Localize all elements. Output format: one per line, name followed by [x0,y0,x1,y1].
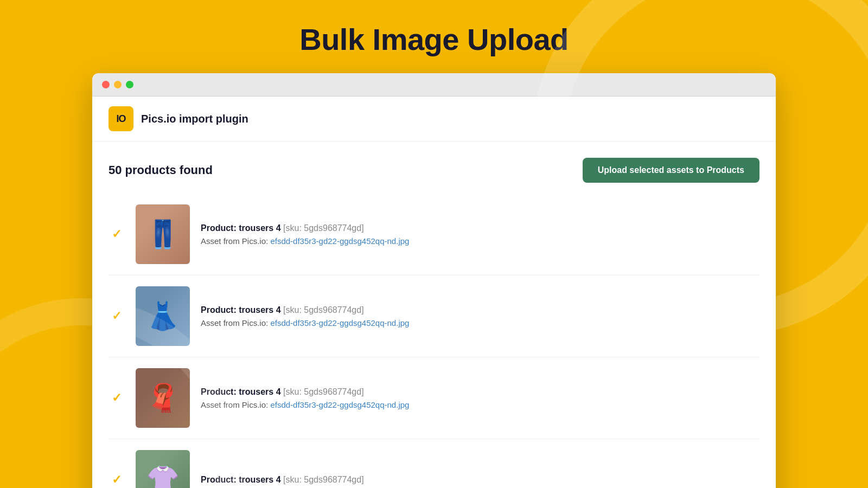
checkbox-wrap[interactable]: ✓ [108,310,125,323]
page-title: Bulk Image Upload [299,22,569,57]
checkbox-icon: ✓ [110,228,123,241]
checkbox-icon: ✓ [110,473,123,486]
product-info: Product: trousers 4 [sku: 5gds968774gd] … [201,387,409,409]
app-content: IO Pics.io import plugin 50 products fou… [92,97,776,488]
product-sku: [sku: 5gds968774gd] [283,387,364,396]
product-thumbnail [136,286,190,346]
product-thumbnail [136,450,190,488]
asset-row: Asset from Pics.io: efsdd-df35r3-gd22-gg… [201,318,409,328]
main-content: 50 products found Upload selected assets… [92,142,776,488]
product-thumbnail [136,204,190,264]
product-sku: [sku: 5gds968774gd] [283,475,364,484]
list-item: ✓ Product: trousers 4 [sku: 5gds968774gd… [108,194,760,275]
app-logo: IO [108,106,133,131]
checkbox-wrap[interactable]: ✓ [108,228,125,241]
product-list: ✓ Product: trousers 4 [sku: 5gds968774gd… [108,194,760,488]
product-title: Product: trousers 4 [sku: 5gds968774gd] [201,475,364,485]
product-info: Product: trousers 4 [sku: 5gds968774gd] … [201,305,409,328]
product-title: Product: trousers 4 [sku: 5gds968774gd] [201,305,409,315]
list-item: ✓ Product: trousers 4 [sku: 5gds968774gd… [108,357,760,439]
asset-link[interactable]: efsdd-df35r3-gd22-ggdsg452qq-nd.jpg [270,318,409,328]
upload-button[interactable]: Upload selected assets to Products [583,158,760,183]
checkbox-icon: ✓ [110,310,123,323]
product-info: Product: trousers 4 [sku: 5gds968774gd] … [201,223,409,246]
asset-link[interactable]: efsdd-df35r3-gd22-ggdsg452qq-nd.jpg [270,400,409,409]
top-bar: 50 products found Upload selected assets… [108,158,760,183]
checkbox-wrap[interactable]: ✓ [108,391,125,404]
app-name-label: Pics.io import plugin [141,113,248,125]
asset-link[interactable]: efsdd-df35r3-gd22-ggdsg452qq-nd.jpg [270,236,409,246]
maximize-button[interactable] [126,81,133,88]
asset-row: Asset from Pics.io: efsdd-df35r3-gd22-gg… [201,236,409,246]
close-button[interactable] [102,81,110,88]
checkbox-wrap[interactable]: ✓ [108,473,125,486]
checkbox-icon: ✓ [110,391,123,404]
app-window: IO Pics.io import plugin 50 products fou… [92,73,776,488]
product-thumbnail [136,368,190,428]
product-info: Product: trousers 4 [sku: 5gds968774gd] [201,475,364,485]
titlebar [92,73,776,97]
product-sku: [sku: 5gds968774gd] [283,223,364,233]
asset-row: Asset from Pics.io: efsdd-df35r3-gd22-gg… [201,400,409,409]
list-item: ✓ Product: trousers 4 [sku: 5gds968774gd… [108,439,760,488]
product-title: Product: trousers 4 [sku: 5gds968774gd] [201,387,409,397]
minimize-button[interactable] [114,81,122,88]
product-title: Product: trousers 4 [sku: 5gds968774gd] [201,223,409,233]
app-header: IO Pics.io import plugin [92,97,776,142]
product-sku: [sku: 5gds968774gd] [283,305,364,314]
products-count: 50 products found [108,163,213,177]
list-item: ✓ Product: trousers 4 [sku: 5gds968774gd… [108,275,760,357]
